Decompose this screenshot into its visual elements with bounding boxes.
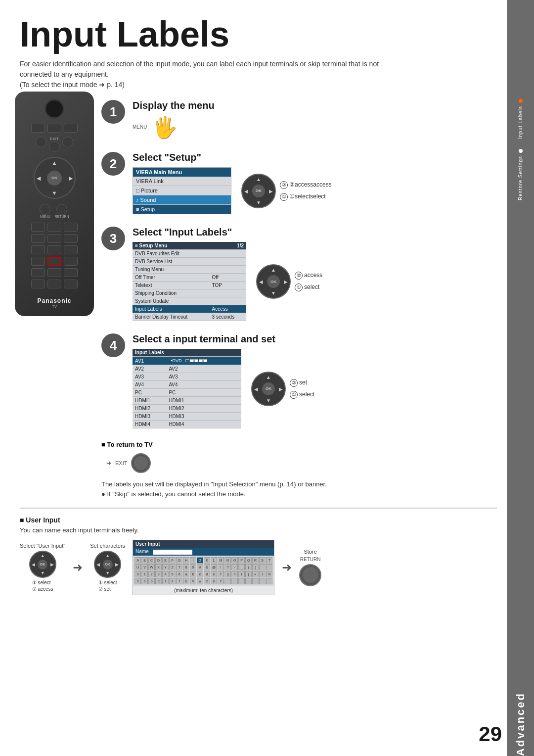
sidebar-restore-settings-label: Restore Settings [518,156,523,200]
remote-btn-21[interactable] [64,280,78,288]
remote-btn-12[interactable] [64,245,78,254]
setup-menu-row-6: System Update [133,297,246,305]
menu-hand-icon: 🖐 [152,115,178,140]
menu-title-bar-step2: VIERA Main Menu [133,168,231,177]
advanced-label: Advanced [514,677,527,756]
step-3-nav: ▲ ▼ ◀ ▶ OK [256,264,291,299]
remote-btn-18[interactable] [64,268,78,277]
input-label-av1: AV1 •DVD [133,357,241,365]
step-2-nav: ▲ ▼ ◀ ▶ OK [241,174,276,208]
setup-menu-header: ≡ Setup Menu [133,242,210,250]
remote-btn-16[interactable] [31,268,45,277]
remote-btn-3[interactable] [64,124,78,133]
remote-btn-6[interactable] [64,223,78,232]
sidebar-input-labels-label: Input Labels [518,106,523,139]
step-2-select-label: ①①selectselect [280,193,332,201]
remote-speaker [44,99,64,119]
remote-btn-4[interactable] [31,223,45,232]
remote-menu-btn[interactable] [40,204,50,215]
input-label-av4: AV4AV4 [133,381,241,389]
step-3-title: Select "Input Labels" [133,227,232,238]
remote-btn-10[interactable] [31,245,45,254]
remote-btn-7[interactable] [31,234,45,243]
step-4-title: Select a input terminal and set [133,333,275,345]
remote-btn-9[interactable] [64,234,78,243]
setup-menu-row-0: DVB Favourites Edit [133,250,246,258]
intro-text-2: (To select the input mode ➜ p. 14) [20,80,400,90]
remote-return-label: RETURN [54,215,69,218]
remote-btn-15[interactable] [64,257,78,266]
step-3-select-label: ①select [295,284,322,291]
setup-menu-row-4: TeletextTOP [133,282,246,289]
panasonic-logo: Panasonic TV [37,295,71,309]
select-step-1: ① select [32,580,51,585]
remote-btn-13[interactable] [31,257,45,266]
select-user-input-label: Select "User Input" [20,543,65,549]
exit-label-bottom: EXIT [115,460,127,466]
step-3: 3 Select "Input Labels" ≡ Setup Menu 1/2… [101,227,497,321]
remote-btn-circle-1[interactable] [36,137,46,147]
menu-item-picture: □ Picture [133,186,231,195]
right-sidebar: Input Labels Restore Settings Advanced [507,0,534,756]
remote-btn-11[interactable] [47,245,61,254]
remote-control: EXIT ▲ ▼ ◀ ▶ OK MENU RETURN [15,92,94,316]
page-number: 29 [479,722,502,746]
remote-return-btn[interactable] [56,204,67,215]
step-4-table: Input Labels AV1 •DVD [133,349,241,428]
remote-ok-btn[interactable]: OK [47,171,62,186]
remote-btn-8[interactable] [47,234,61,243]
remote-btn-circle-3[interactable] [62,137,73,147]
step-3-menu: ≡ Setup Menu 1/2 DVB Favourites Edit DVB… [133,242,246,321]
step-1: 1 Display the menu MENU 🖐 [101,100,497,140]
flow-arrow-2: ➜ [282,561,292,574]
remote-btn-14[interactable] [47,257,61,266]
user-input-screen-title: User Input [133,540,274,548]
flow-arrow-1: ➜ [73,561,83,574]
remote-menu-label: MENU [40,215,50,218]
select-step-2: ① select [98,580,117,585]
user-input-name-row: Name [133,548,274,555]
step-1-number: 1 [101,100,125,124]
access-step-1: ② access [32,586,53,592]
remote-btn-17[interactable] [47,268,61,277]
step-4-number: 4 [101,333,125,357]
exit-btn-bottom[interactable] [131,453,151,473]
page-title: Input Labels [0,0,534,59]
remote-btn-20[interactable] [47,280,61,288]
sidebar-dot-active [519,99,523,103]
menu-item-viera-link: VIERA Link [133,177,231,186]
remote-exit-btn[interactable] [49,141,60,152]
remote-btn-2[interactable] [47,124,61,133]
input-label-av3: AV3AV3 [133,373,241,381]
setup-menu-row-1: DVB Service List [133,258,246,266]
return-label-bottom: RETURN [300,557,321,562]
step-2-number: 2 [101,152,125,176]
user-input-section: ■ User Input You can name each input ter… [20,508,497,595]
intro-text-1: For easier identification and selection … [20,59,400,80]
step-2-title: Select "Setup" [133,152,201,163]
remote-btn-1[interactable] [31,124,45,133]
menu-item-sound: ♪ Sound [133,195,231,205]
step-1-title: Display the menu [133,100,215,111]
step-4-set-label: ②set [290,379,314,387]
input-labels-header: Input Labels [133,349,241,357]
input-label-pc: PCPC [133,389,241,397]
setup-menu-row-3: Off TimerOff [133,274,246,282]
input-label-hdmi4: HDMI4HDMI4 [133,421,241,428]
return-btn-store[interactable] [299,564,321,586]
remote-btn-5[interactable] [47,223,61,232]
setup-menu-row-input-labels: Input LabelsAccess [133,305,246,313]
step-2: 2 Select "Setup" VIERA Main Menu VIERA L… [101,152,497,214]
step-4-nav: ▲ ▼ ◀ ▶ OK [251,372,286,406]
step-3-number: 3 [101,227,125,250]
menu-label-step1: MENU [133,124,147,130]
user-input-subtitle: You can name each input terminals freely… [20,526,497,534]
input-label-hdmi3: HDMI3HDMI3 [133,413,241,421]
dvd-bar: •DVD [169,358,239,364]
menu-item-setup: ≡ Setup [133,205,231,214]
info-line-1: The labels you set will be displayed in … [101,480,497,488]
remote-btn-19[interactable] [31,280,45,288]
remote-exit-label: EXIT [50,137,59,141]
step-2-menu: VIERA Main Menu VIERA Link □ Picture ♪ S… [133,167,231,214]
step-4-select-label: ①select [290,391,314,399]
